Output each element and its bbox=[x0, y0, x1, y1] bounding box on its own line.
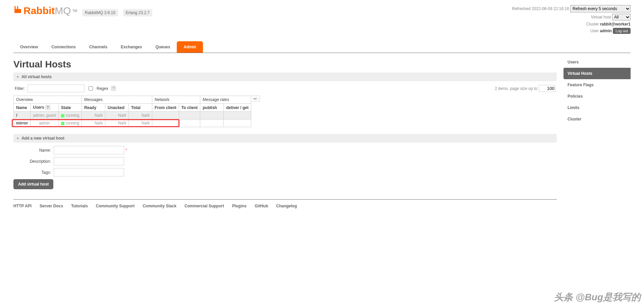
section-all-vhosts[interactable]: ▼ All virtual hosts bbox=[13, 72, 557, 81]
table-row[interactable]: mirroradminrunningNaNNaNNaN bbox=[14, 119, 251, 127]
cell-total: NaN bbox=[129, 119, 152, 127]
rabbitmq-version-badge: RabbitMQ 3.9.15 bbox=[82, 9, 118, 16]
form-tags-label: Tags: bbox=[13, 170, 54, 175]
tab-queues[interactable]: Queues bbox=[149, 41, 177, 53]
col-ready[interactable]: Ready bbox=[82, 104, 105, 112]
required-indicator: * bbox=[125, 148, 127, 153]
table-row[interactable]: /admin, guestrunningNaNNaNNaN bbox=[14, 112, 251, 119]
section-add-vhost[interactable]: ▼ Add a new virtual host bbox=[13, 134, 557, 143]
cell-deliver-get bbox=[224, 119, 251, 127]
col-users[interactable]: Users ? bbox=[31, 104, 59, 112]
tab-admin[interactable]: Admin bbox=[177, 41, 203, 53]
regex-label: Regex bbox=[97, 86, 108, 91]
cell-deliver-get bbox=[224, 112, 251, 119]
collapse-icon: ▼ bbox=[16, 75, 19, 79]
form-name-input[interactable] bbox=[54, 146, 124, 154]
form-description-label: Description: bbox=[13, 159, 54, 164]
vhosts-table: Overview Messages Network Message rates … bbox=[13, 96, 251, 127]
sidebar-item-limits[interactable]: Limits bbox=[564, 102, 631, 113]
cell-publish bbox=[200, 119, 224, 127]
cell-to-client bbox=[179, 119, 200, 127]
cluster-name: rabbit@worker1 bbox=[600, 22, 631, 27]
col-group-network: Network bbox=[152, 96, 200, 104]
footer-link-server-docs[interactable]: Server Docs bbox=[40, 204, 63, 208]
state-running-icon bbox=[61, 114, 64, 117]
cell-users: admin, guest bbox=[31, 112, 59, 119]
rabbit-icon bbox=[13, 5, 22, 16]
col-deliver-get[interactable]: deliver / get bbox=[224, 104, 251, 112]
cell-from-client bbox=[152, 112, 179, 119]
users-help-icon[interactable]: ? bbox=[45, 105, 50, 110]
col-group-overview: Overview bbox=[14, 96, 82, 104]
sidebar-item-virtual-hosts[interactable]: Virtual Hosts bbox=[564, 68, 631, 79]
cell-name[interactable]: / bbox=[14, 112, 31, 119]
footer-link-community-slack[interactable]: Community Slack bbox=[143, 204, 176, 208]
user-label: User bbox=[590, 29, 600, 33]
col-state[interactable]: State bbox=[59, 104, 82, 112]
cluster-label: Cluster bbox=[586, 22, 600, 27]
footer: HTTP APIServer DocsTutorialsCommunity Su… bbox=[13, 199, 557, 208]
add-vhost-button[interactable]: Add virtual host bbox=[13, 179, 53, 189]
items-count-text: 2 items, page size up to bbox=[495, 86, 537, 91]
form-tags-input[interactable] bbox=[54, 168, 124, 176]
footer-link-tutorials[interactable]: Tutorials bbox=[71, 204, 88, 208]
cell-state: running bbox=[59, 112, 82, 119]
col-group-messages: Messages bbox=[82, 96, 152, 104]
form-description-input[interactable] bbox=[54, 157, 124, 165]
logo-text-rabbit: Rabbit bbox=[23, 5, 55, 16]
tab-channels[interactable]: Channels bbox=[83, 41, 114, 53]
user-name: admin bbox=[600, 29, 612, 33]
cell-from-client bbox=[152, 119, 179, 127]
section-all-vhosts-label: All virtual hosts bbox=[21, 74, 52, 79]
refreshed-time: 2022-06-09 22:16:16 bbox=[532, 6, 569, 11]
tab-exchanges[interactable]: Exchanges bbox=[114, 41, 149, 53]
page-size-input[interactable] bbox=[539, 85, 555, 92]
cell-ready: NaN bbox=[82, 112, 105, 119]
logout-button[interactable]: Log out bbox=[613, 28, 631, 34]
cell-unacked: NaN bbox=[105, 119, 129, 127]
col-group-rates: Message rates bbox=[200, 96, 251, 104]
col-name[interactable]: Name bbox=[14, 104, 31, 112]
col-to-client[interactable]: To client bbox=[179, 104, 200, 112]
footer-link-plugins[interactable]: Plugins bbox=[232, 204, 247, 208]
vhost-label: Virtual host bbox=[591, 15, 611, 19]
sidebar-item-feature-flags[interactable]: Feature Flags bbox=[564, 79, 631, 91]
footer-link-github[interactable]: GitHub bbox=[255, 204, 268, 208]
vhost-select[interactable]: All bbox=[612, 14, 631, 20]
logo[interactable]: RabbitMQ TM bbox=[13, 5, 77, 16]
tab-connections[interactable]: Connections bbox=[45, 41, 83, 53]
refreshed-label: Refreshed bbox=[512, 6, 532, 11]
regex-checkbox[interactable] bbox=[89, 86, 93, 91]
status-area: Refreshed 2022-06-09 22:16:16 Refresh ev… bbox=[512, 5, 631, 35]
cell-name[interactable]: mirror bbox=[14, 119, 31, 127]
footer-link-community-support[interactable]: Community Support bbox=[96, 204, 135, 208]
cell-ready: NaN bbox=[82, 119, 105, 127]
cell-total: NaN bbox=[129, 112, 152, 119]
col-unacked[interactable]: Unacked bbox=[105, 104, 129, 112]
tab-overview[interactable]: Overview bbox=[13, 41, 45, 53]
page-title: Virtual Hosts bbox=[13, 59, 557, 70]
sidebar-item-cluster[interactable]: Cluster bbox=[564, 113, 631, 125]
footer-link-changelog[interactable]: Changelog bbox=[276, 204, 297, 208]
collapse-icon: ▼ bbox=[16, 137, 19, 140]
main-nav: OverviewConnectionsChannelsExchangesQueu… bbox=[13, 41, 631, 53]
col-total[interactable]: Total bbox=[129, 104, 152, 112]
cell-to-client bbox=[179, 112, 200, 119]
logo-text-mq: MQ bbox=[55, 5, 71, 16]
footer-link-http-api[interactable]: HTTP API bbox=[13, 204, 32, 208]
form-name-label: Name: bbox=[13, 148, 54, 153]
sidebar-item-policies[interactable]: Policies bbox=[564, 91, 631, 102]
col-publish[interactable]: publish bbox=[200, 104, 224, 112]
footer-link-commercial-support[interactable]: Commercial Support bbox=[184, 204, 224, 208]
section-add-vhost-label: Add a new virtual host bbox=[21, 136, 64, 141]
sidebar-item-users[interactable]: Users bbox=[564, 56, 631, 68]
col-from-client[interactable]: From client bbox=[152, 104, 179, 112]
regex-help-icon[interactable]: ? bbox=[111, 86, 116, 91]
columns-toggle-button[interactable]: +/- bbox=[251, 96, 260, 102]
cell-state: running bbox=[59, 119, 82, 127]
cell-users: admin bbox=[31, 119, 59, 127]
admin-sidebar: UsersVirtual HostsFeature FlagsPoliciesL… bbox=[564, 56, 631, 208]
filter-input[interactable] bbox=[28, 85, 85, 92]
cell-unacked: NaN bbox=[105, 112, 129, 119]
refresh-interval-select[interactable]: Refresh every 5 seconds bbox=[570, 5, 631, 12]
